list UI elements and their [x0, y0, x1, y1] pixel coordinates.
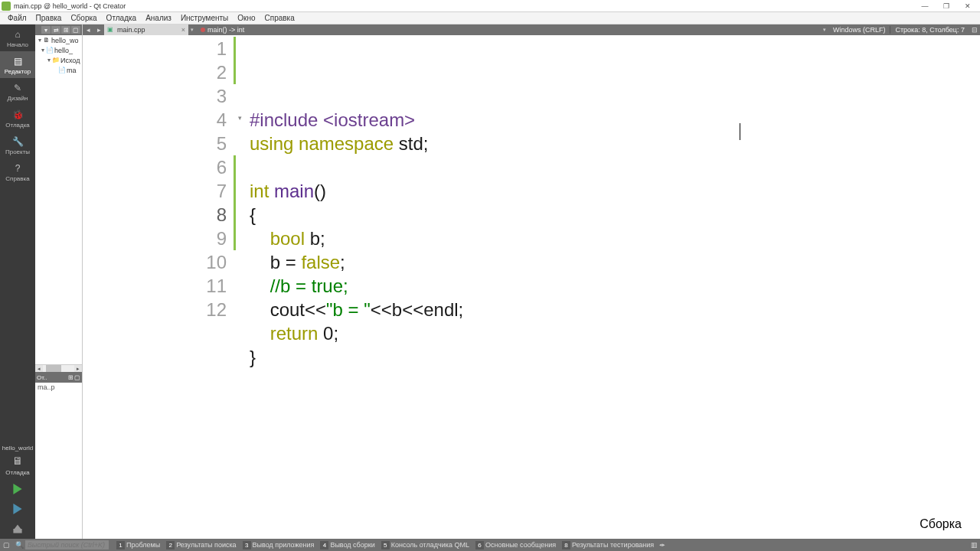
- line-gutter[interactable]: 123456789101112: [83, 35, 236, 539]
- code-editor[interactable]: 123456789101112 ▾ #include <iostream>usi…: [83, 35, 980, 539]
- tree-hscroll[interactable]: ◂ ▸: [35, 364, 82, 372]
- filter-icon[interactable]: ▾: [41, 26, 51, 34]
- editor-split-icon[interactable]: ⊟: [969, 26, 980, 34]
- symbol-dot-icon: [201, 28, 205, 32]
- output-pane-5[interactable]: 5Консоль отладчика QML: [378, 539, 472, 551]
- encoding-label[interactable]: Windows (CRLF): [828, 26, 890, 34]
- line-number[interactable]: 7: [83, 179, 236, 203]
- menu-window[interactable]: Окно: [233, 14, 260, 22]
- mode-Начало[interactable]: ⌂Начало: [0, 24, 35, 51]
- line-number[interactable]: 4: [83, 108, 236, 132]
- tree-root[interactable]: ▾🗎hello_wo: [35, 35, 82, 45]
- scroll-thumb[interactable]: [46, 365, 61, 372]
- outline-close-icon[interactable]: ▢: [74, 374, 80, 381]
- output-pane-3[interactable]: 3Вывод приложения: [240, 539, 318, 551]
- close-panel-icon[interactable]: ▢: [71, 26, 80, 34]
- symbol-crumb[interactable]: main() -> int: [196, 26, 249, 34]
- code-line[interactable]: [250, 369, 980, 393]
- pane-label: Вывод сборки: [330, 541, 374, 549]
- mode-Редактор[interactable]: ▤Редактор: [0, 51, 35, 78]
- code-line[interactable]: bool b;: [250, 227, 980, 250]
- menu-analyze[interactable]: Анализ: [141, 14, 176, 22]
- tab-close-icon[interactable]: ×: [181, 26, 185, 34]
- outline-panel[interactable]: ma..p: [35, 383, 82, 539]
- menu-debug[interactable]: Отладка: [102, 14, 142, 22]
- run-button[interactable]: [0, 479, 35, 499]
- menu-help[interactable]: Справка: [260, 14, 299, 22]
- code-line[interactable]: return 0;: [250, 321, 980, 345]
- fold-column[interactable]: ▾: [236, 35, 250, 539]
- quick-search-input[interactable]: [25, 540, 109, 549]
- tree-item[interactable]: ▾📁Исход: [35, 55, 82, 65]
- outline-split-icon[interactable]: ⊞: [68, 374, 74, 381]
- split-icon[interactable]: ⊞: [61, 26, 70, 34]
- output-pane-6[interactable]: 6Основные сообщения: [472, 539, 559, 551]
- code-line[interactable]: int main(): [250, 179, 980, 203]
- build-progress-badge[interactable]: Сборка: [920, 517, 962, 531]
- panes-toggle-icon[interactable]: ▢: [2, 540, 11, 549]
- sidebar-toggle-icon[interactable]: ▥: [969, 540, 978, 549]
- output-pane-2[interactable]: 2Результаты поиска: [163, 539, 239, 551]
- code-line[interactable]: {: [250, 203, 980, 227]
- cursor-pos-label[interactable]: Строка: 8, Столбец: 7: [890, 26, 969, 34]
- line-number[interactable]: 10: [83, 250, 236, 274]
- close-button[interactable]: ✕: [957, 1, 978, 11]
- pane-label: Проблемы: [126, 541, 160, 549]
- menu-edit[interactable]: Правка: [31, 14, 67, 22]
- outline-title: От..: [37, 374, 47, 381]
- code-line[interactable]: //b = true;: [250, 274, 980, 298]
- maximize-button[interactable]: ❐: [936, 1, 957, 11]
- line-number[interactable]: 8: [83, 203, 236, 227]
- menu-build[interactable]: Сборка: [66, 14, 101, 22]
- quick-search[interactable]: 🔍: [12, 539, 112, 551]
- project-tree[interactable]: ▾🗎hello_wo ▾📄hello_▾📁Исход📄ma: [35, 35, 82, 364]
- code-line[interactable]: b = false;: [250, 250, 980, 274]
- scroll-left-icon[interactable]: ◂: [35, 365, 43, 372]
- output-pane-1[interactable]: 1Проблемы: [113, 539, 163, 551]
- line-number[interactable]: 5: [83, 132, 236, 155]
- crumb-dropdown-icon[interactable]: ▾: [821, 27, 828, 33]
- output-pane-4[interactable]: 4Вывод сборки: [317, 539, 377, 551]
- menu-tools[interactable]: Инструменты: [176, 14, 233, 22]
- nav-back-button[interactable]: ◂: [83, 25, 93, 34]
- build-button[interactable]: [0, 519, 35, 539]
- fold-toggle-icon[interactable]: ▾: [238, 114, 242, 122]
- line-number[interactable]: 2: [83, 60, 236, 84]
- tab-dropdown-icon[interactable]: ▾: [188, 27, 196, 33]
- scroll-right-icon[interactable]: ▸: [74, 365, 82, 372]
- code-line[interactable]: [250, 155, 980, 179]
- menu-file[interactable]: Файл: [3, 14, 31, 22]
- target-project[interactable]: hello_world: [0, 443, 35, 452]
- code-line[interactable]: using namespace std;: [250, 132, 980, 155]
- outline-item[interactable]: ma..p: [35, 383, 82, 392]
- tree-item[interactable]: 📄ma: [35, 65, 82, 75]
- mode-Проекты[interactable]: 🔧Проекты: [0, 132, 35, 158]
- minimize-button[interactable]: —: [914, 1, 936, 11]
- pane-label: Консоль отладчика QML: [391, 541, 469, 549]
- window-title: main.cpp @ hello_world - Qt Creator: [14, 2, 914, 10]
- output-pane-8[interactable]: 8Результаты тестирования: [559, 539, 657, 551]
- mode-icon: ?: [11, 162, 24, 174]
- line-number[interactable]: 6: [83, 155, 236, 179]
- code-line[interactable]: cout<<"b = "<<b<<endl;: [250, 298, 980, 321]
- target-config[interactable]: Отладка: [0, 469, 35, 479]
- mode-Отладка[interactable]: 🐞Отладка: [0, 105, 35, 132]
- panes-more-icon[interactable]: ◂▸: [658, 542, 666, 548]
- line-number[interactable]: 3: [83, 84, 236, 108]
- line-number[interactable]: 9: [83, 227, 236, 250]
- mode-Дизайн[interactable]: ✎Дизайн: [0, 78, 35, 105]
- mode-Справка[interactable]: ?Справка: [0, 158, 35, 185]
- code-line[interactable]: #include <iostream>: [250, 108, 980, 132]
- code-line[interactable]: }: [250, 345, 980, 369]
- line-number[interactable]: 12: [83, 298, 236, 321]
- line-number[interactable]: 11: [83, 274, 236, 298]
- nav-fwd-button[interactable]: ▸: [93, 25, 104, 34]
- file-tab[interactable]: ▣ main.cpp ×: [104, 24, 188, 35]
- run-debug-button[interactable]: [0, 499, 35, 519]
- code-content[interactable]: #include <iostream>using namespace std;i…: [250, 35, 980, 539]
- mode-bar: ⌂Начало▤Редактор✎Дизайн🐞Отладка🔧Проекты?…: [0, 24, 35, 539]
- tree-item[interactable]: ▾📄hello_: [35, 45, 82, 55]
- monitor-icon[interactable]: 🖥: [0, 452, 35, 469]
- sync-icon[interactable]: ⇄: [51, 26, 60, 34]
- line-number[interactable]: 1: [83, 37, 236, 60]
